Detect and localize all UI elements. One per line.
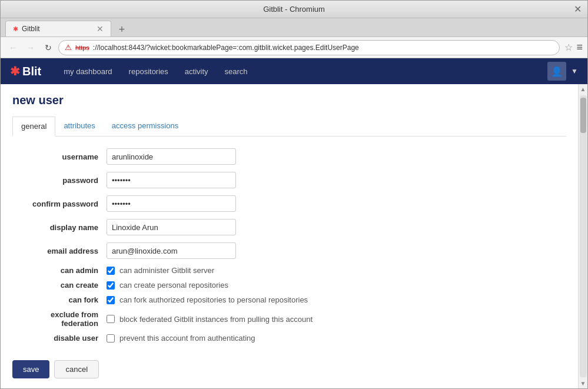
url-bar[interactable]: ⚠ https ://localhost:8443/?wicket:bookma… xyxy=(58,40,560,55)
username-row: username xyxy=(12,148,566,165)
scroll-track[interactable] xyxy=(580,95,587,377)
page-content: new user general attributes access permi… xyxy=(1,84,578,388)
app-content: ✱ Blit my dashboard repositories activit… xyxy=(1,58,587,388)
disable-user-desc: prevent this account from authenticating xyxy=(119,334,255,343)
scroll-thumb[interactable] xyxy=(580,98,586,133)
back-button[interactable]: ← xyxy=(5,40,21,55)
cancel-button[interactable]: cancel xyxy=(54,360,99,378)
scroll-up-arrow[interactable]: ▲ xyxy=(579,84,587,94)
can-fork-desc: can fork authorized repositories to pers… xyxy=(119,295,308,304)
disable-user-row: disable user prevent this account from a… xyxy=(12,334,566,343)
scrollbar[interactable]: ▲ ▼ xyxy=(578,84,587,388)
app-navbar: ✱ Blit my dashboard repositories activit… xyxy=(1,58,587,84)
exclude-federation-wrapper: block federated Gitblit instances from p… xyxy=(107,315,313,324)
exclude-federation-label: exclude from federation xyxy=(12,310,107,328)
exclude-federation-desc: block federated Gitblit instances from p… xyxy=(119,315,313,324)
url-scheme: https xyxy=(75,44,89,51)
browser-navbar: ← → ↻ ⚠ https ://localhost:8443/?wicket:… xyxy=(1,37,587,58)
can-admin-row: can admin can administer Gitblit server xyxy=(12,266,566,275)
app-logo[interactable]: ✱ Blit xyxy=(10,64,41,78)
tab-bar: ✱ Gitblit ✕ + xyxy=(1,18,587,37)
nav-link-search[interactable]: search xyxy=(217,58,256,84)
password-input[interactable] xyxy=(107,172,236,188)
can-fork-checkbox[interactable] xyxy=(107,296,115,304)
tab-attributes[interactable]: attributes xyxy=(55,117,103,137)
tab-general[interactable]: general xyxy=(12,117,55,137)
window-close-button[interactable]: ✕ xyxy=(574,4,582,15)
url-rest: ://localhost:8443/?wicket:bookmarkablePa… xyxy=(93,44,359,52)
nav-link-repositories[interactable]: repositories xyxy=(121,58,177,84)
main-area: new user general attributes access permi… xyxy=(1,84,587,388)
disable-user-checkbox[interactable] xyxy=(107,334,115,343)
new-tab-button[interactable]: + xyxy=(114,22,130,36)
nav-links: my dashboard repositories activity searc… xyxy=(55,58,547,84)
confirm-password-row: confirm password xyxy=(12,195,566,212)
title-bar: Gitblit - Chromium ✕ xyxy=(1,1,587,18)
can-create-label: can create xyxy=(12,281,107,290)
nav-link-activity[interactable]: activity xyxy=(177,58,217,84)
tab-favicon: ✱ xyxy=(13,25,18,33)
display-name-label: display name xyxy=(12,223,107,232)
username-input[interactable] xyxy=(107,148,236,165)
display-name-row: display name xyxy=(12,219,566,235)
form-footer: save cancel xyxy=(12,354,566,384)
avatar-icon: 👤 xyxy=(551,66,563,77)
confirm-password-label: confirm password xyxy=(12,200,107,208)
browser-tab[interactable]: ✱ Gitblit ✕ xyxy=(5,21,111,36)
tab-label: Gitblit xyxy=(22,25,40,33)
can-admin-checkbox[interactable] xyxy=(107,267,115,275)
menu-button[interactable]: ≡ xyxy=(576,41,583,54)
password-row: password xyxy=(12,172,566,188)
reload-button[interactable]: ↻ xyxy=(41,40,56,55)
can-admin-desc: can administer Gitblit server xyxy=(119,266,214,275)
can-create-wrapper: can create personal repositories xyxy=(107,281,228,290)
can-admin-wrapper: can administer Gitblit server xyxy=(107,266,214,275)
can-create-row: can create can create personal repositor… xyxy=(12,281,566,290)
confirm-password-input[interactable] xyxy=(107,195,236,212)
email-address-label: email address xyxy=(12,247,107,255)
window-title: Gitblit - Chromium xyxy=(263,5,325,14)
form-tabs: general attributes access permissions xyxy=(12,117,566,137)
password-label: password xyxy=(12,176,107,185)
disable-user-wrapper: prevent this account from authenticating xyxy=(107,334,255,343)
user-menu-caret[interactable]: ▼ xyxy=(571,67,578,75)
tab-access-permissions[interactable]: access permissions xyxy=(104,117,187,137)
can-create-checkbox[interactable] xyxy=(107,281,115,290)
disable-user-label: disable user xyxy=(12,334,107,343)
forward-button[interactable]: → xyxy=(23,40,38,55)
url-lock-icon: ⚠ xyxy=(65,43,72,52)
browser-window: Gitblit - Chromium ✕ ✱ Gitblit ✕ + ← → ↻… xyxy=(0,0,588,389)
tab-close-button[interactable]: ✕ xyxy=(97,24,104,34)
can-create-desc: can create personal repositories xyxy=(119,281,228,290)
can-fork-label: can fork xyxy=(12,295,107,304)
email-address-input[interactable] xyxy=(107,242,236,259)
nav-link-dashboard[interactable]: my dashboard xyxy=(55,58,120,84)
user-avatar[interactable]: 👤 xyxy=(547,62,566,81)
email-address-row: email address xyxy=(12,242,566,259)
bookmark-button[interactable]: ☆ xyxy=(564,42,573,53)
exclude-federation-checkbox[interactable] xyxy=(107,315,115,323)
can-admin-label: can admin xyxy=(12,266,107,275)
exclude-federation-row: exclude from federation block federated … xyxy=(12,310,566,328)
logo-icon: ✱ xyxy=(10,64,20,78)
scroll-down-arrow[interactable]: ▼ xyxy=(579,378,587,388)
logo-text: Blit xyxy=(22,65,41,78)
save-button[interactable]: save xyxy=(12,360,49,378)
user-form: username password confirm password xyxy=(12,148,566,384)
page-title: new user xyxy=(12,94,566,107)
can-fork-wrapper: can fork authorized repositories to pers… xyxy=(107,295,308,304)
display-name-input[interactable] xyxy=(107,219,236,235)
username-label: username xyxy=(12,152,107,161)
can-fork-row: can fork can fork authorized repositorie… xyxy=(12,295,566,304)
